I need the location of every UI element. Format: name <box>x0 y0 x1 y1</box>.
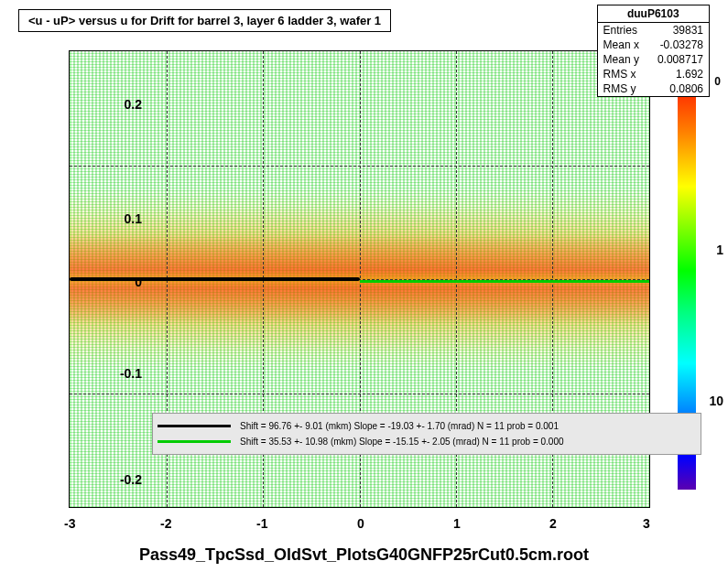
x-tick: 1 <box>453 516 461 531</box>
grid-h <box>70 394 649 394</box>
colorbar-tick-10: 10 <box>709 394 723 408</box>
legend-row-2: Shift = 35.53 +- 10.98 (mkm) Slope = -15… <box>158 434 696 449</box>
stats-meany-value: 0.008717 <box>657 53 703 66</box>
x-tick: -2 <box>160 516 171 531</box>
stats-meanx-label: Mean x <box>603 38 639 51</box>
y-tick: 0.1 <box>96 211 142 226</box>
y-tick: -0.1 <box>96 366 142 381</box>
stats-meany-label: Mean y <box>603 53 639 66</box>
x-tick: 2 <box>549 516 557 531</box>
stats-rmsx-value: 1.692 <box>676 68 703 81</box>
x-tick: 0 <box>357 516 364 531</box>
legend-swatch-green <box>158 440 231 443</box>
legend-row-1: Shift = 96.76 +- 9.01 (mkm) Slope = -19.… <box>158 418 696 434</box>
file-caption: Pass49_TpcSsd_OldSvt_PlotsG40GNFP25rCut0… <box>0 545 728 565</box>
stats-box: duuP6103 Entries 39831 Mean x -0.03278 M… <box>597 5 710 97</box>
fit-line-green <box>360 280 650 283</box>
stats-rmsx-label: RMS x <box>603 68 636 81</box>
stats-rmsy-row: RMS y 0.0806 <box>598 81 709 96</box>
stats-meany-row: Mean y 0.008717 <box>598 52 709 67</box>
x-tick: -1 <box>256 516 267 531</box>
grid-h <box>70 166 649 167</box>
y-tick: -0.2 <box>96 472 142 487</box>
stats-entries-label: Entries <box>603 24 637 37</box>
stats-meanx-row: Mean x -0.03278 <box>598 38 709 52</box>
legend-swatch-black <box>158 425 231 427</box>
stats-meanx-value: -0.03278 <box>660 38 703 51</box>
stats-rmsy-value: 0.0806 <box>669 82 703 95</box>
chart-title: <u - uP> versus u for Drift for barrel 3… <box>18 9 391 32</box>
plot-area: Shift = 96.76 +- 9.01 (mkm) Slope = -19.… <box>69 50 650 508</box>
stats-entries-value: 39831 <box>673 24 703 37</box>
y-tick: 0.2 <box>96 97 142 112</box>
y-tick: 0 <box>96 275 142 289</box>
stats-name: duuP6103 <box>598 5 709 23</box>
x-tick: -3 <box>64 516 75 531</box>
x-tick: 3 <box>643 516 650 531</box>
stats-rmsy-label: RMS y <box>603 82 636 95</box>
colorbar-tick-1: 1 <box>716 243 723 257</box>
legend-text-2: Shift = 35.53 +- 10.98 (mkm) Slope = -15… <box>240 437 564 447</box>
colorbar-extra: 0 <box>714 75 721 88</box>
stats-rmsx-row: RMS x 1.692 <box>598 67 709 81</box>
stats-entries-row: Entries 39831 <box>598 23 709 38</box>
legend-text-1: Shift = 96.76 +- 9.01 (mkm) Slope = -19.… <box>240 421 559 431</box>
legend-box: Shift = 96.76 +- 9.01 (mkm) Slope = -19.… <box>152 413 701 455</box>
